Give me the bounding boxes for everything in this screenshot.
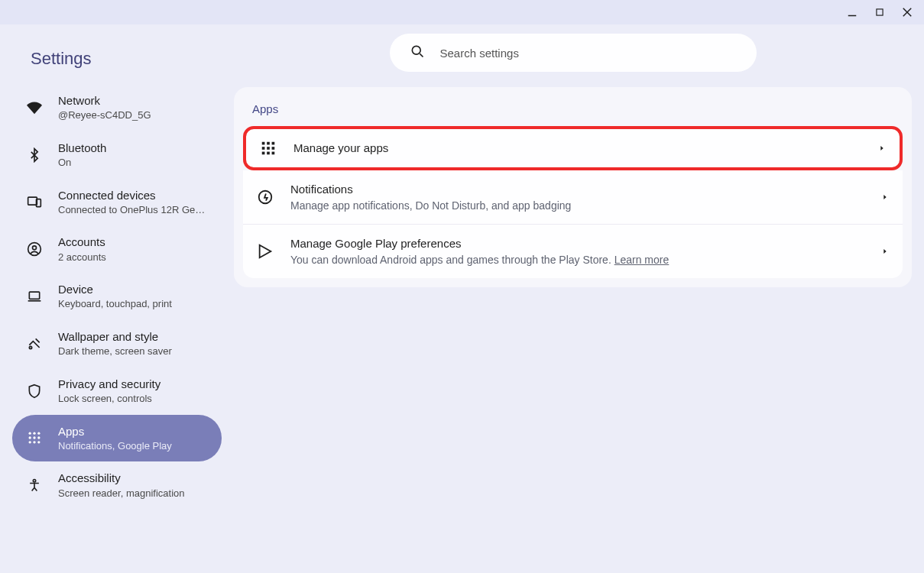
svg-point-10 — [29, 432, 31, 435]
svg-line-21 — [420, 53, 423, 57]
svg-rect-4 — [28, 198, 37, 206]
sidebar-item-apps[interactable]: Apps Notifications, Google Play — [12, 415, 222, 462]
row-manage-apps[interactable]: Manage your apps — [243, 126, 903, 170]
row-body: Manage Google Play preferences You can d… — [290, 235, 864, 267]
sidebar-item-sub: Dark theme, screen saver — [58, 345, 172, 358]
chevron-right-icon — [878, 144, 886, 152]
svg-point-13 — [29, 437, 31, 439]
section-title: Apps — [243, 99, 903, 126]
sidebar-item-privacy[interactable]: Privacy and security Lock screen, contro… — [12, 367, 222, 415]
sidebar-item-connected-devices[interactable]: Connected devices Connected to OnePlus 1… — [12, 179, 222, 226]
nav-text: Accounts 2 accounts — [58, 235, 106, 264]
search-box[interactable] — [390, 34, 757, 72]
row-notifications[interactable]: Notifications Manage app notifications, … — [243, 170, 903, 225]
search-wrap — [234, 34, 912, 87]
svg-point-9 — [29, 346, 31, 348]
svg-rect-27 — [272, 147, 275, 150]
svg-rect-1 — [877, 9, 883, 15]
sidebar-item-device[interactable]: Device Keyboard, touchpad, print — [12, 273, 222, 320]
svg-point-12 — [37, 432, 40, 435]
bluetooth-icon — [26, 147, 43, 163]
search-icon — [410, 44, 425, 62]
app-title: Settings — [12, 43, 222, 84]
accessibility-icon — [26, 477, 43, 494]
row-body: Manage your apps — [293, 140, 861, 157]
svg-rect-29 — [267, 152, 270, 155]
wifi-icon — [26, 99, 43, 116]
sidebar-item-label: Wallpaper and style — [58, 329, 172, 345]
nav-text: Apps Notifications, Google Play — [58, 424, 172, 453]
row-sub: You can download Android apps and games … — [290, 252, 864, 267]
shield-icon — [26, 383, 43, 400]
sidebar-item-label: Network — [58, 93, 151, 108]
style-icon — [26, 335, 43, 352]
nav-text: Wallpaper and style Dark theme, screen s… — [58, 329, 172, 358]
svg-rect-25 — [262, 147, 265, 150]
sidebar-item-wallpaper[interactable]: Wallpaper and style Dark theme, screen s… — [12, 320, 222, 367]
sidebar-item-label: Accessibility — [58, 471, 184, 486]
chevron-right-icon — [881, 193, 889, 201]
sidebar-item-label: Bluetooth — [58, 141, 106, 156]
apps-grid-icon — [26, 429, 43, 446]
svg-rect-23 — [267, 142, 270, 145]
nav-text: Device Keyboard, touchpad, print — [58, 282, 172, 311]
apps-panel: Apps Manage your apps Notifications — [234, 87, 912, 287]
apps-grid-icon — [260, 140, 277, 157]
main-content: Apps Manage your apps Notifications — [234, 24, 924, 573]
dnd-icon — [257, 189, 274, 206]
svg-point-20 — [412, 46, 420, 54]
sidebar-item-network[interactable]: Network @Reyee-sC4DD_5G — [12, 84, 222, 131]
svg-point-14 — [33, 437, 35, 439]
account-icon — [26, 241, 43, 257]
nav-text: Bluetooth On — [58, 141, 106, 170]
row-title: Manage your apps — [293, 140, 861, 157]
play-store-icon — [257, 243, 274, 260]
svg-rect-8 — [29, 292, 39, 299]
svg-rect-22 — [262, 142, 265, 145]
sidebar-item-accounts[interactable]: Accounts 2 accounts — [12, 225, 222, 273]
svg-rect-28 — [262, 152, 265, 155]
sidebar-item-label: Connected devices — [58, 188, 209, 203]
sidebar-item-label: Apps — [58, 424, 172, 439]
sidebar-item-sub: On — [58, 156, 106, 170]
svg-point-18 — [37, 442, 40, 444]
laptop-icon — [26, 288, 43, 305]
row-title: Manage Google Play preferences — [290, 235, 864, 252]
sidebar: Settings Network @Reyee-sC4DD_5G Bluetoo… — [0, 24, 234, 573]
sidebar-item-sub: Lock screen, controls — [58, 392, 160, 406]
app-frame: Settings Network @Reyee-sC4DD_5G Bluetoo… — [0, 24, 924, 573]
sidebar-item-accessibility[interactable]: Accessibility Screen reader, magnificati… — [12, 461, 222, 509]
nav-text: Network @Reyee-sC4DD_5G — [58, 93, 151, 122]
sidebar-item-label: Device — [58, 282, 172, 297]
svg-point-11 — [33, 432, 35, 435]
learn-more-link[interactable]: Learn more — [614, 254, 669, 266]
svg-rect-26 — [267, 147, 270, 150]
chevron-right-icon — [881, 248, 889, 255]
nav-text: Connected devices Connected to OnePlus 1… — [58, 188, 209, 217]
svg-rect-30 — [272, 152, 275, 155]
sidebar-item-sub: Screen reader, magnification — [58, 487, 184, 500]
minimize-button[interactable] — [843, 3, 861, 21]
nav-text: Accessibility Screen reader, magnificati… — [58, 471, 184, 500]
window-titlebar — [0, 0, 924, 24]
maximize-button[interactable] — [871, 3, 889, 21]
svg-point-19 — [33, 480, 35, 482]
row-body: Notifications Manage app notifications, … — [290, 181, 864, 213]
row-google-play[interactable]: Manage Google Play preferences You can d… — [243, 225, 903, 278]
svg-rect-24 — [272, 142, 275, 145]
sidebar-item-sub: Connected to OnePlus 12R Gens... — [58, 203, 209, 217]
sidebar-item-sub: @Reyee-sC4DD_5G — [58, 108, 151, 122]
row-title: Notifications — [290, 181, 864, 198]
nav-list: Network @Reyee-sC4DD_5G Bluetooth On — [12, 84, 222, 509]
sidebar-item-label: Accounts — [58, 235, 106, 250]
search-input[interactable] — [440, 47, 737, 60]
nav-text: Privacy and security Lock screen, contro… — [58, 377, 160, 406]
sidebar-item-bluetooth[interactable]: Bluetooth On — [12, 131, 222, 179]
row-sub: Manage app notifications, Do Not Disturb… — [290, 198, 864, 213]
svg-point-15 — [37, 437, 40, 439]
sidebar-item-sub: Keyboard, touchpad, print — [58, 297, 172, 311]
close-button[interactable] — [898, 3, 916, 21]
svg-point-7 — [33, 246, 37, 250]
svg-point-16 — [29, 442, 31, 444]
sidebar-item-sub: Notifications, Google Play — [58, 439, 172, 453]
